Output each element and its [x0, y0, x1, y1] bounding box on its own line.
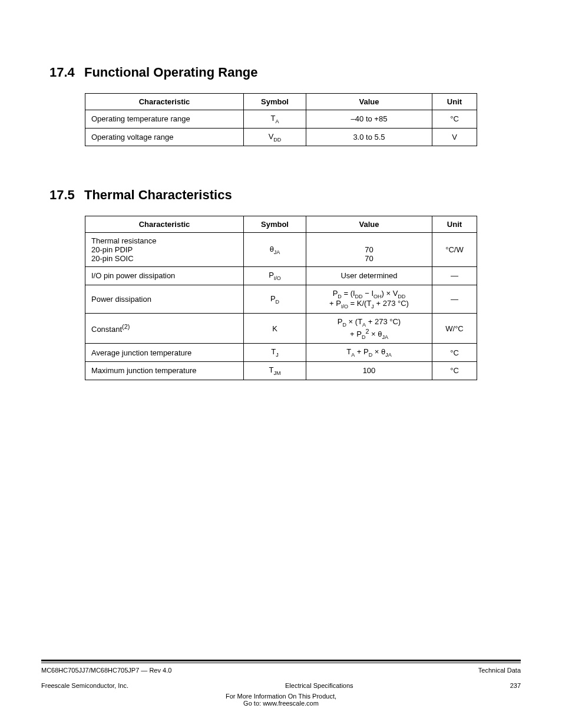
cell-symbol: PD	[244, 285, 306, 313]
column-header: Symbol	[244, 216, 306, 233]
functional-operating-range-table: CharacteristicSymbolValueUnitOperating t…	[85, 93, 477, 146]
footer-mid: Electrical Specifications	[128, 682, 510, 689]
cell-value: PD = (IDD − IOH) × VDD+ PI/O = K/(TJ + 2…	[306, 285, 432, 313]
footer-company: Freescale Semiconductor, Inc.	[41, 682, 128, 689]
cell-characteristic: Operating temperature range	[85, 110, 244, 129]
cell-unit: °C/W	[432, 233, 477, 267]
cell-unit: °C	[432, 362, 477, 380]
section-number: 17.4	[49, 65, 75, 80]
table-row: Operating temperature rangeTA–40 to +85°…	[85, 110, 477, 129]
cell-characteristic: Power dissipation	[85, 285, 244, 313]
section-number: 17.5	[49, 187, 75, 203]
cell-characteristic: Average junction temperature	[85, 344, 244, 362]
cell-unit: V	[432, 128, 477, 146]
cell-symbol: VDD	[244, 128, 306, 146]
cell-value: –40 to +85	[306, 110, 432, 129]
cell-characteristic: I/O pin power dissipation	[85, 267, 244, 285]
page-footer: MC68HC705JJ7/MC68HC705JP7 — Rev 4.0 Tech…	[41, 660, 521, 707]
column-header: Unit	[432, 94, 477, 110]
cell-unit: °C	[432, 110, 477, 129]
section-heading-17-5: 17.5 Thermal Characteristics	[49, 187, 521, 203]
cell-symbol: K	[244, 313, 306, 344]
cell-unit: —	[432, 267, 477, 285]
column-header: Value	[306, 216, 432, 233]
column-header: Characteristic	[85, 94, 244, 110]
section-title: Thermal Characteristics	[84, 187, 232, 202]
cell-value: User determined	[306, 267, 432, 285]
table-row: Average junction temperatureTJTA + PD × …	[85, 344, 477, 362]
column-header: Symbol	[244, 94, 306, 110]
footer-sponsor: For More Information On This Product, Go…	[41, 693, 521, 707]
cell-characteristic: Operating voltage range	[85, 128, 244, 146]
cell-symbol: TA	[244, 110, 306, 129]
cell-symbol: TJ	[244, 344, 306, 362]
section-heading-17-4: 17.4 Functional Operating Range	[49, 65, 521, 80]
column-header: Unit	[432, 216, 477, 233]
footer-page: 237	[510, 682, 521, 689]
table-row: Operating voltage rangeVDD3.0 to 5.5V	[85, 128, 477, 146]
column-header: Characteristic	[85, 216, 244, 233]
table-row: Maximum junction temperatureTJM100°C	[85, 362, 477, 380]
cell-symbol: TJM	[244, 362, 306, 380]
column-header: Value	[306, 94, 432, 110]
footer-right: Technical Data	[478, 667, 521, 674]
cell-characteristic: Maximum junction temperature	[85, 362, 244, 380]
cell-symbol: θJA	[244, 233, 306, 267]
cell-characteristic: Constant(2)	[85, 313, 244, 344]
footer-left: MC68HC705JJ7/MC68HC705JP7 — Rev 4.0	[41, 667, 171, 674]
cell-characteristic: Thermal resistance20-pin PDIP20-pin SOIC	[85, 233, 244, 267]
table-row: Thermal resistance20-pin PDIP20-pin SOIC…	[85, 233, 477, 267]
cell-value: PD × (TA + 273 °C)+ PD2 × θJA	[306, 313, 432, 344]
cell-unit: —	[432, 285, 477, 313]
cell-value: 3.0 to 5.5	[306, 128, 432, 146]
cell-unit: W/°C	[432, 313, 477, 344]
cell-symbol: PI/O	[244, 267, 306, 285]
section-title: Functional Operating Range	[84, 65, 258, 80]
table-row: I/O pin power dissipationPI/OUser determ…	[85, 267, 477, 285]
cell-value: 100	[306, 362, 432, 380]
thermal-characteristics-table: CharacteristicSymbolValueUnitThermal res…	[85, 216, 477, 380]
table-row: Power dissipationPDPD = (IDD − IOH) × VD…	[85, 285, 477, 313]
cell-value: TA + PD × θJA	[306, 344, 432, 362]
table-row: Constant(2)KPD × (TA + 273 °C)+ PD2 × θJ…	[85, 313, 477, 344]
cell-value: 7070	[306, 233, 432, 267]
cell-unit: °C	[432, 344, 477, 362]
